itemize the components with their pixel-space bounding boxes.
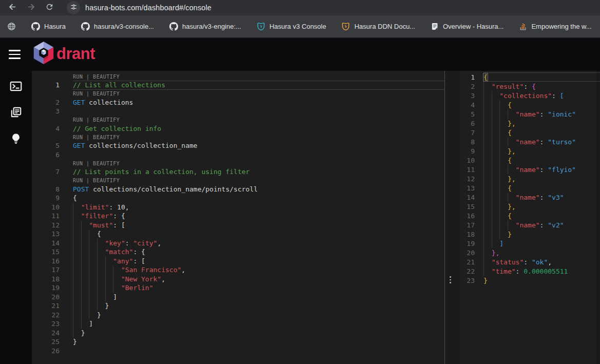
- code-line-content[interactable]: "must": [: [73, 221, 444, 230]
- code-token: {: [532, 83, 536, 90]
- sidebar-item-console[interactable]: [8, 80, 24, 94]
- code-line-content[interactable]: "match": {: [73, 247, 444, 257]
- code-line-content[interactable]: // List points in a collection, using fi…: [73, 167, 444, 177]
- run-beautify-lens[interactable]: RUN | BEAUTIFY: [73, 135, 120, 140]
- code-token: {: [97, 230, 101, 238]
- menu-button[interactable]: [9, 50, 21, 59]
- code-line-content[interactable]: "limit": 10,: [73, 203, 444, 212]
- indent-guide: [89, 293, 89, 302]
- indent-guide: [89, 275, 89, 284]
- code-line-content[interactable]: {: [483, 211, 600, 220]
- code-line-content[interactable]: "name": "ionic": [483, 109, 600, 119]
- code-line: 26: [32, 347, 444, 356]
- bookmark-item[interactable]: hasura/v3-console...: [81, 22, 154, 31]
- bookmarks-bar: Hasurahasura/v3-console...hasura/v3-engi…: [0, 15, 600, 38]
- code-line-content[interactable]: {: [483, 100, 600, 109]
- code-line: 11"name": "flyio": [459, 165, 600, 174]
- code-token: // List all collections: [73, 81, 165, 89]
- code-line-content[interactable]: GET collections: [73, 98, 444, 107]
- indent-guide: [73, 247, 73, 257]
- code-line-content[interactable]: },: [483, 202, 600, 211]
- code-line-content[interactable]: },: [483, 146, 600, 156]
- code-line-content[interactable]: "any": [: [73, 257, 444, 266]
- line-number: 9: [32, 194, 60, 202]
- bookmark-item[interactable]: Overview - Hasura...: [431, 22, 504, 31]
- code-line-content[interactable]: "name": "turso": [483, 137, 600, 146]
- code-line-content[interactable]: }: [483, 229, 600, 239]
- code-line-content[interactable]: [73, 347, 444, 356]
- code-token: ]: [499, 240, 504, 247]
- bookmark-item[interactable]: Empowering the w...: [519, 22, 591, 31]
- sidebar-item-collections[interactable]: [8, 106, 24, 121]
- reload-button[interactable]: [42, 1, 56, 15]
- code-line-content[interactable]: },: [483, 119, 600, 128]
- code-line-content[interactable]: },: [483, 248, 600, 257]
- code-line-content[interactable]: }: [73, 311, 444, 320]
- code-line: 2"result": {: [459, 82, 600, 91]
- code-line-content[interactable]: "name": "flyio": [483, 165, 600, 174]
- code-lens-row: RUN | BEAUTIFY: [32, 177, 444, 185]
- code-line-content[interactable]: GET collections/collection_name: [73, 141, 444, 150]
- code-line-content[interactable]: {: [73, 229, 444, 239]
- code-token: "ok": [532, 258, 548, 266]
- code-line-content[interactable]: {: [483, 156, 600, 165]
- code-line-content[interactable]: }: [73, 301, 444, 311]
- code-line-content[interactable]: "status": "ok",: [483, 257, 600, 266]
- bookmark-item[interactable]: Hasura v3 Console: [257, 22, 326, 31]
- run-beautify-lens[interactable]: RUN | BEAUTIFY: [73, 74, 120, 80]
- qdrant-logo[interactable]: drant: [32, 41, 95, 68]
- bookmark-item[interactable]: hasura/v3-engine:...: [169, 22, 241, 31]
- code-line-content[interactable]: // List all collections: [73, 81, 444, 90]
- line-number: 23: [32, 320, 60, 328]
- result-panel[interactable]: 1{2"result": {3"collections": [4{5"name"…: [459, 71, 600, 364]
- bookmark-item[interactable]: Hasura DDN Docu...: [341, 22, 415, 31]
- indent-guide: [97, 283, 98, 293]
- bookmark-item[interactable]: [7, 22, 16, 31]
- code-token: // Get collection info: [73, 125, 161, 132]
- code-line-content[interactable]: // Get collection info: [73, 124, 444, 133]
- code-line-content[interactable]: "New York",: [73, 275, 444, 284]
- code-line-content[interactable]: "key": "city",: [73, 239, 444, 248]
- run-beautify-lens[interactable]: RUN | BEAUTIFY: [73, 178, 120, 183]
- run-beautify-lens[interactable]: RUN | BEAUTIFY: [73, 161, 120, 166]
- code-line-content[interactable]: "time": 0.000005511: [483, 266, 600, 276]
- code-line-content[interactable]: {: [483, 72, 600, 82]
- code-line-content[interactable]: "name": "v2": [483, 220, 600, 229]
- code-line-content[interactable]: }: [73, 329, 444, 338]
- code-line-content[interactable]: }: [73, 337, 444, 347]
- site-settings-button[interactable]: [67, 1, 80, 14]
- indent-guide: [81, 229, 82, 239]
- code-line-content[interactable]: },: [483, 174, 600, 183]
- run-beautify-lens[interactable]: RUN | BEAUTIFY: [73, 117, 120, 123]
- code-line-content[interactable]: "collections": [: [483, 91, 600, 100]
- code-line-content[interactable]: ]: [73, 293, 444, 302]
- code-line-content[interactable]: "result": {: [483, 82, 600, 91]
- back-button[interactable]: [5, 1, 20, 15]
- sidebar-item-tutorial[interactable]: [8, 132, 24, 147]
- code-line-content[interactable]: POST collections/collection_name/points/…: [73, 185, 444, 194]
- bookmark-item[interactable]: Hasura: [31, 22, 66, 31]
- code-line-content[interactable]: {: [73, 194, 444, 203]
- indent-guide: [113, 265, 113, 275]
- address-bar[interactable]: hasura-bots.com/dashboard#/console: [67, 1, 211, 14]
- code-line-content[interactable]: {: [483, 128, 600, 137]
- lightbulb-icon: [10, 132, 22, 147]
- code-line-content[interactable]: "Berlin": [73, 283, 444, 293]
- code-line-content[interactable]: "filter": {: [73, 212, 444, 221]
- code-token: "time": [492, 267, 516, 275]
- code-line-content[interactable]: {: [483, 183, 600, 193]
- split-divider[interactable]: [445, 71, 459, 364]
- code-line-content[interactable]: [73, 107, 444, 116]
- code-line-content[interactable]: [73, 150, 444, 160]
- console-editor[interactable]: RUN | BEAUTIFY1// List all collectionsRU…: [32, 71, 445, 364]
- indent-guide: [499, 183, 500, 193]
- code-line-content[interactable]: "San Francisco",: [73, 265, 444, 275]
- code-line-content[interactable]: "name": "v3": [483, 193, 600, 202]
- run-beautify-lens[interactable]: RUN | BEAUTIFY: [73, 91, 120, 97]
- indent-guide: [89, 239, 89, 248]
- code-line-content[interactable]: ]: [483, 239, 600, 248]
- code-line: 20},: [459, 248, 600, 257]
- forward-button[interactable]: [24, 1, 38, 15]
- code-line-content[interactable]: ]: [73, 319, 444, 329]
- code-line-content[interactable]: }: [483, 276, 600, 285]
